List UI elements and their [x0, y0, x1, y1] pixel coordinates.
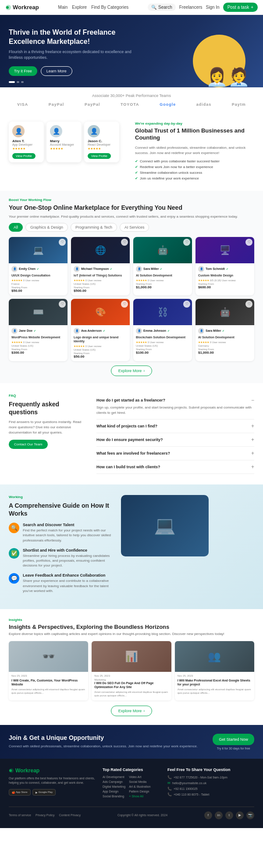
gig-card-1: 🌐 ♡ 👤 Michael Thompson ✔ IoT (Internet o…	[71, 237, 130, 295]
gig-heart-5[interactable]: ♡	[121, 301, 128, 308]
insights-explore-wrap: Explore More ›	[9, 706, 254, 716]
insights-title: Insights & Perspectives, Exploring the B…	[9, 624, 254, 630]
faq-toggle-2: +	[251, 437, 254, 443]
faq-question-2[interactable]: How do I ensure payment security? +	[96, 437, 254, 443]
nav-main[interactable]: Main	[58, 5, 68, 10]
search-icon: 🔍	[151, 5, 156, 10]
footer-cat-4[interactable]: Social Branding	[103, 795, 125, 798]
faq-question-0[interactable]: How do I get started as a freelancer? −	[96, 397, 254, 403]
insights-description: Explore diverse topics with captivating …	[9, 632, 254, 636]
trust-cards: 👤 Allen T. App Developer ★★★★★ View Prof…	[9, 122, 128, 162]
trust-item-3: ✔Join us redefine your work experience	[135, 176, 254, 180]
social-facebook[interactable]: f	[204, 811, 212, 819]
contact-team-button[interactable]: Contact Our Team	[9, 440, 48, 449]
faq-question-3[interactable]: What fees are involved for freelancers? …	[96, 450, 254, 456]
trust-list: ✔Connect with pros collaborate faster su…	[135, 159, 254, 180]
faq-question-1[interactable]: What kind of projects can I find? +	[96, 423, 254, 429]
footer-cat-list-1: AI Development Ads Campaign Digital Mark…	[103, 775, 125, 800]
nav-explore[interactable]: Explore	[72, 5, 87, 10]
social-twitter[interactable]: t	[225, 811, 233, 819]
gig-heart-4[interactable]: ♡	[59, 301, 66, 308]
contact-item-0: 📞 +92 877 7725620 - Mon-Sat 9am-10pm	[167, 775, 254, 779]
gig-card-5: 🎨 ♡ 👤 Ava Anderson ✔ Logo design and uni…	[71, 299, 130, 361]
trust-item-1: ✔Redefine work Join now for a better exp…	[135, 165, 254, 169]
get-started-button[interactable]: Get Started Now	[213, 734, 254, 745]
gig-avatar-0: 👤	[11, 266, 18, 272]
post-task-button[interactable]: Post a task +	[223, 3, 258, 12]
view-profile-btn-0[interactable]: View Profile	[12, 153, 36, 159]
how-tag: Working	[9, 495, 114, 499]
contact-item-2: 📞 +92 811 1900025	[167, 787, 254, 791]
faq-item-0: How do I get started as a freelancer? − …	[96, 394, 254, 420]
dot-2[interactable]	[17, 81, 19, 83]
gig-heart-7[interactable]: ♡	[245, 301, 252, 308]
footer-categories-title: Top Rated Categories	[103, 768, 160, 772]
cta-description: Connect with skilled professionals, stre…	[9, 744, 198, 749]
footer-col-about: Workreap Our platform offers the best fe…	[9, 768, 96, 800]
avatar-allen: 👤	[12, 125, 25, 137]
faq-item-1: What kind of projects can I find? +	[96, 420, 254, 433]
explore-more-button[interactable]: Explore More ›	[111, 366, 153, 376]
logo-google: Google	[160, 102, 176, 107]
freelancer-dropdown[interactable]: Freelancers	[179, 5, 203, 10]
faq-item-2: How do I ensure payment security? +	[96, 433, 254, 447]
try-free-button[interactable]: Try it Free	[9, 66, 37, 76]
signin-btn[interactable]: Sign In	[206, 5, 220, 10]
gig-heart-2[interactable]: ♡	[183, 239, 190, 246]
app-store-badge[interactable]: 🍎 App Store	[9, 789, 31, 796]
tab-programming[interactable]: Programming & Tech	[71, 223, 117, 232]
footer-cat2-3[interactable]: Pattern Design	[129, 790, 150, 793]
dot-1[interactable]	[9, 81, 15, 83]
privacy-link[interactable]: Privacy Policy	[36, 814, 55, 817]
footer-cat2-0[interactable]: Video Art	[129, 775, 150, 778]
app-badges: 🍎 App Store ▶ Google Play	[9, 789, 96, 796]
learn-more-button[interactable]: Learn More	[41, 66, 72, 76]
view-profile-btn-2[interactable]: View Profile	[88, 153, 111, 159]
faq-question-4[interactable]: How can I build trust with clients? +	[96, 464, 254, 470]
footer-cat-1[interactable]: Ads Campaign	[103, 780, 125, 783]
gig-thumb-5: 🎨 ♡	[71, 299, 130, 325]
social-youtube[interactable]: ▶	[236, 811, 244, 819]
footer-cat2-2[interactable]: Art & Illustration	[129, 785, 150, 788]
gigs-grid: 💻 ♡ 👤 Emily Chen ✔ UI/UX Design Consulta…	[9, 237, 254, 361]
blog-card-1: 📊 Nov 25, 2023 Marketing I Will Do SEO F…	[92, 641, 171, 700]
social-linkedin[interactable]: in	[215, 811, 223, 819]
hero-illustration: 👩‍💼🧑‍💼	[206, 67, 250, 87]
how-section: Working A Comprehensive Guide on How It …	[0, 484, 263, 609]
tab-ai[interactable]: AI Services	[120, 223, 149, 232]
hero-description: Flourish in a thriving freelance ecosyst…	[9, 49, 132, 61]
dot-3[interactable]	[21, 81, 24, 83]
nav-links: Main Explore Find By Categories	[58, 5, 129, 10]
footer-logo-icon	[9, 768, 14, 773]
tab-graphics[interactable]: Graphics & Design	[25, 223, 68, 232]
avatar-jason: 👤	[88, 125, 100, 137]
gig-heart-6[interactable]: ♡	[183, 301, 190, 308]
avatar-marry: 👤	[50, 125, 62, 137]
gig-avatar-6: 👤	[136, 328, 142, 334]
faq-description: Find answers to your questions instantly…	[9, 420, 88, 435]
navbar: Workreap Main Explore Find By Categories…	[0, 0, 263, 15]
play-store-badge[interactable]: ▶ Google Play	[32, 789, 56, 796]
gig-card-7: 🤖 ♡ 👤 Sara Miller ✔ AI Solution Developm…	[195, 299, 254, 361]
search-box[interactable]: 🔍 Search	[148, 4, 176, 11]
footer-cat2-1[interactable]: Social Media	[129, 780, 150, 783]
social-icons: f in t ▶ 📷	[204, 811, 254, 819]
footer-cat-2[interactable]: Digital Marketing	[103, 785, 125, 788]
logo-paypal2: PayPal	[85, 102, 100, 107]
nav-categories[interactable]: Find By Categories	[91, 5, 128, 10]
terms-link[interactable]: Terms of service	[9, 814, 31, 817]
content-link[interactable]: Content Privacy	[59, 814, 81, 817]
tab-all[interactable]: All	[9, 223, 23, 232]
phone-icon-1: 📞	[167, 787, 172, 791]
insights-explore-button[interactable]: Explore More ›	[111, 706, 153, 716]
footer-cat-3[interactable]: App Design	[103, 790, 125, 793]
gig-thumb-6: ⛓️ ♡	[133, 299, 192, 325]
gig-heart-0[interactable]: ♡	[59, 239, 66, 246]
footer-cat-0[interactable]: AI Development	[103, 775, 125, 778]
insights-section: Insights Insights & Perspectives, Explor…	[0, 609, 263, 725]
gig-heart-1[interactable]: ♡	[121, 239, 128, 246]
footer-cat2-4[interactable]: + Show All	[129, 795, 150, 798]
gig-heart-3[interactable]: ♡	[245, 239, 252, 246]
logo[interactable]: Workreap	[5, 4, 39, 11]
social-instagram[interactable]: 📷	[246, 811, 254, 819]
